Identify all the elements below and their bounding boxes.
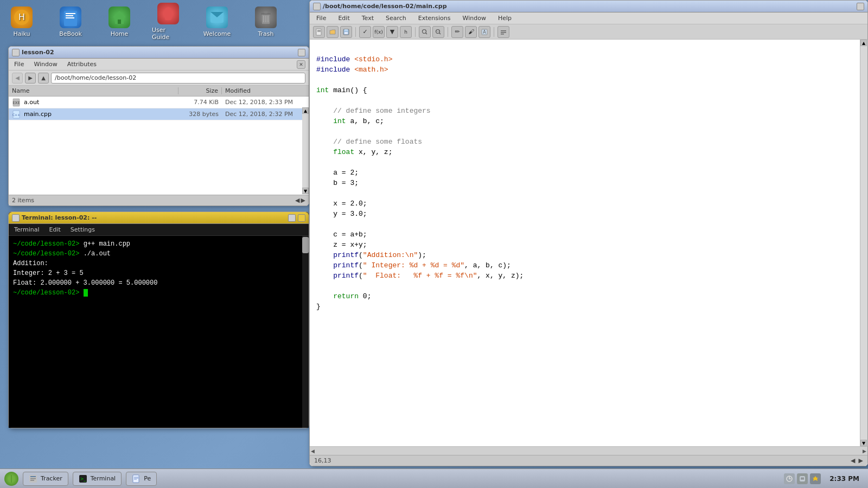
toolbar-func-btn[interactable]: f(x) <box>373 26 385 38</box>
tray-icon-3[interactable] <box>810 473 821 484</box>
scroll-up-btn[interactable]: ▲ <box>302 107 309 114</box>
toolbar-extra-btn[interactable] <box>497 26 509 38</box>
editor-menu-extensions[interactable]: Extensions <box>416 14 453 23</box>
fm-close-btn[interactable]: ✕ <box>297 60 305 69</box>
terminal-line-6: ~/code/lesson-02> <box>13 288 304 298</box>
file-list: EXE a.out 7.74 KiB Dec 12, 2018, 2:33 PM… <box>9 97 309 195</box>
toolbar-open-btn[interactable] <box>327 26 339 38</box>
terminal-scroll-thumb[interactable] <box>302 237 309 253</box>
terminal-zoom-btn[interactable] <box>288 214 296 222</box>
term-menu-terminal[interactable]: Terminal <box>12 225 42 234</box>
toolbar-search-btn[interactable] <box>419 26 431 38</box>
editor-menu-file[interactable]: File <box>314 14 328 23</box>
file-manager-statusbar: 2 items ◀ ▶ <box>9 195 309 206</box>
toolbar-save-btn[interactable] <box>340 26 352 38</box>
zoom-button[interactable] <box>298 49 305 56</box>
scroll-right-arrow[interactable]: ▶ <box>301 197 305 204</box>
editor-scroll-left[interactable]: ◀ <box>311 448 315 454</box>
terminal-line-2: ~/code/lesson-02> ./a.out <box>13 249 304 259</box>
taskbar-item-tracker[interactable]: Tracker <box>23 472 68 486</box>
terminal-close-btn[interactable] <box>12 214 20 222</box>
editor-status-left[interactable]: ◀ <box>851 457 855 464</box>
file-size-aout: 7.74 KiB <box>178 99 222 106</box>
svg-rect-36 <box>501 32 506 33</box>
file-list-scrollbar[interactable]: ▲ ▼ <box>302 107 309 194</box>
editor-scroll-down[interactable]: ▼ <box>860 440 867 446</box>
tray-icon-2[interactable] <box>797 473 808 484</box>
editor-scroll-up[interactable]: ▲ <box>860 40 867 46</box>
term-menu-edit[interactable]: Edit <box>47 225 63 234</box>
taskbar-bottom: Tracker >_ Terminal <box>0 468 868 488</box>
file-modified-maincpp: Dec 12, 2018, 2:32 PM <box>222 111 309 118</box>
svg-rect-50 <box>801 478 804 478</box>
taskbar-items: Tracker >_ Terminal <box>4 472 157 486</box>
taskbar-icon-trash[interactable]: Trash <box>250 7 282 37</box>
editor-menu-window[interactable]: Window <box>461 14 488 23</box>
term-menu-settings[interactable]: Settings <box>68 225 97 234</box>
svg-rect-9 <box>165 15 171 20</box>
fm-menu-window[interactable]: Window <box>31 60 59 69</box>
editor-scroll-h: ◀ ▶ <box>310 446 867 455</box>
trash-label: Trash <box>258 30 273 37</box>
file-name-maincpp: main.cpp <box>22 111 178 118</box>
svg-line-31 <box>439 33 441 34</box>
toolbar-dropdown-btn[interactable]: ▼ <box>386 26 398 38</box>
taskbar-icon-haiku[interactable]: H Haiku <box>5 7 38 37</box>
close-button[interactable] <box>12 49 20 56</box>
toolbar-paint-btn[interactable]: A <box>478 26 490 38</box>
toolbar-new-btn[interactable] <box>313 26 325 38</box>
scroll-left-arrow[interactable]: ◀ <box>295 197 299 204</box>
term-output-3: Float: 2.000000 + 3.000000 = 5.000000 <box>13 279 157 287</box>
taskbar-item-terminal[interactable]: >_ Terminal <box>73 472 122 486</box>
tray-icon-1[interactable] <box>784 473 795 484</box>
terminal-content[interactable]: ~/code/lesson-02> g++ main.cpp ~/code/le… <box>9 236 309 428</box>
haiku-leaf-logo[interactable] <box>4 472 18 486</box>
desktop: H Haiku BeBook H <box>0 0 868 488</box>
code-area[interactable]: #include <stdio.h> #include <math.h> int… <box>310 40 860 446</box>
file-row-aout[interactable]: EXE a.out 7.74 KiB Dec 12, 2018, 2:33 PM <box>9 97 309 108</box>
nav-up-btn[interactable]: ▲ <box>38 73 49 84</box>
nav-back-btn[interactable]: ◀ <box>12 73 23 84</box>
scroll-down-btn[interactable]: ▼ <box>302 188 309 194</box>
toolbar-pencil-btn[interactable]: ✏ <box>451 26 463 38</box>
toolbar-search2-btn[interactable] <box>432 26 444 38</box>
col-size: Size <box>178 87 222 94</box>
terminal-scrollbar[interactable] <box>302 236 309 428</box>
address-bar[interactable]: /boot/home/code/lesson-02 <box>51 73 305 84</box>
svg-text:C++: C++ <box>12 113 20 117</box>
terminal-titlebar-left: Terminal: lesson-02: -- <box>12 214 97 222</box>
editor-cursor-pos: 16,13 <box>314 457 331 464</box>
taskbar-icon-bebook[interactable]: BeBook <box>54 7 87 37</box>
editor-menu-edit[interactable]: Edit <box>336 14 352 23</box>
toolbar-check-btn[interactable]: ✓ <box>359 26 371 38</box>
toolbar-h-btn[interactable]: h <box>400 26 412 38</box>
svg-point-8 <box>165 7 171 14</box>
file-manager-columns: Name Size Modified <box>9 86 309 97</box>
titlebar-left: lesson-02 <box>12 49 54 56</box>
editor-scroll-right[interactable]: ▶ <box>863 448 866 454</box>
taskbar-icon-home[interactable]: Home <box>103 7 136 37</box>
editor-content: #include <stdio.h> #include <math.h> int… <box>310 40 867 446</box>
taskbar-icon-userguide[interactable]: User Guide <box>152 3 184 41</box>
nav-forward-btn[interactable]: ▶ <box>25 73 36 84</box>
toolbar-brush-btn[interactable]: 🖌 <box>465 26 477 38</box>
taskbar-item-pe[interactable]: Pe <box>126 472 157 486</box>
taskbar-icon-welcome[interactable]: Welcome <box>201 7 233 37</box>
editor-status-right[interactable]: ▶ <box>859 457 863 464</box>
svg-rect-41 <box>30 480 34 481</box>
svg-rect-26 <box>344 32 348 34</box>
editor-close-btn[interactable] <box>313 3 321 10</box>
welcome-label: Welcome <box>203 30 231 37</box>
editor-menu-text[interactable]: Text <box>360 14 376 23</box>
editor-menu-bar: File Edit Text Search Extensions Window … <box>310 12 867 24</box>
editor-zoom-btn[interactable] <box>857 3 864 10</box>
file-row-maincpp[interactable]: C++ main.cpp 328 bytes Dec 12, 2018, 2:3… <box>9 108 309 120</box>
editor-menu-help[interactable]: Help <box>496 14 514 23</box>
editor-scrollbar-v[interactable]: ▲ ▼ <box>860 40 867 446</box>
fm-menu-attributes[interactable]: Attributes <box>65 60 99 69</box>
fm-menu-file[interactable]: File <box>12 60 26 69</box>
terminal-expand-btn[interactable] <box>298 214 305 222</box>
editor-menu-search[interactable]: Search <box>384 14 409 23</box>
trash-icon <box>255 7 277 28</box>
bebook-icon <box>60 7 81 28</box>
